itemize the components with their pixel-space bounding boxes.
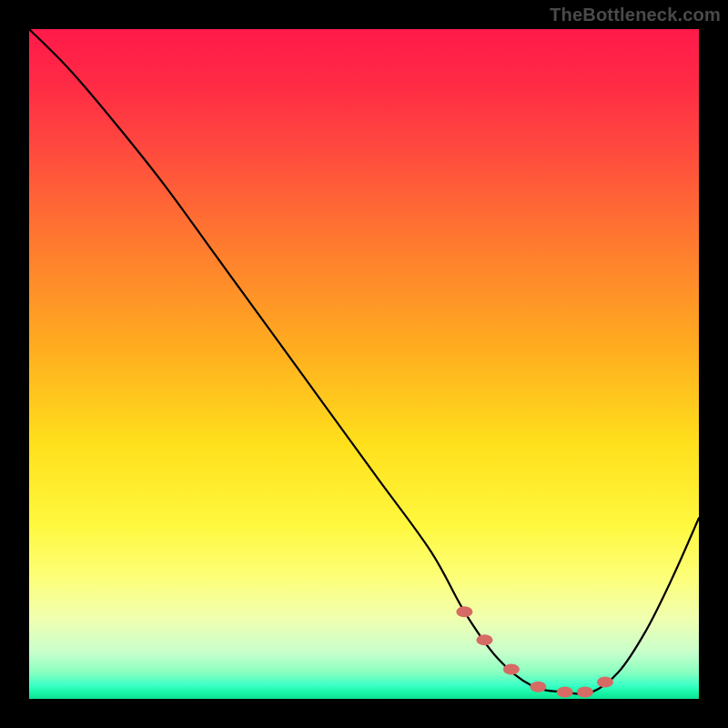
watermark-text: TheBottleneck.com <box>550 5 721 25</box>
gradient-background <box>29 29 699 699</box>
chart-frame <box>29 29 699 699</box>
